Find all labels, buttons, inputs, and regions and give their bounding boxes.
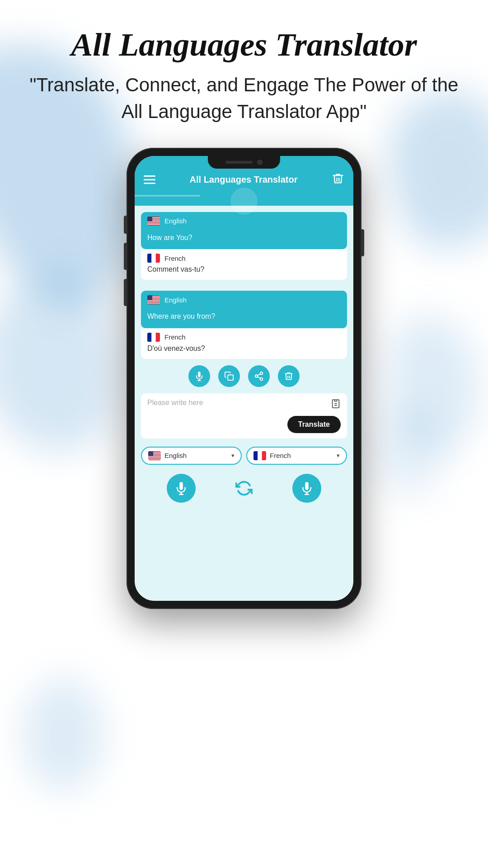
source-flag-1	[147, 217, 160, 226]
language-selector-bar: English ▾ French ▾	[135, 443, 353, 468]
svg-rect-30	[334, 399, 337, 401]
phone-notch	[208, 156, 280, 169]
copy-button[interactable]	[218, 365, 240, 387]
translation-result-1: French ▾ Comment vas-tu?	[141, 249, 347, 280]
result-chevron-1[interactable]: ▾	[337, 254, 341, 263]
target-mic-button[interactable]	[292, 474, 321, 503]
translation-source-1: English How are You?	[141, 212, 347, 249]
input-top-row: Please write here	[147, 399, 341, 411]
svg-rect-17	[147, 303, 160, 304]
result-lang-name-2: French	[164, 333, 333, 341]
svg-rect-39	[148, 458, 161, 459]
page-header: All Languages Translator "Translate, Con…	[0, 0, 488, 139]
svg-rect-19	[147, 333, 151, 342]
translations-area: English How are You? French ▾	[135, 206, 353, 601]
swap-languages-button[interactable]	[233, 477, 255, 499]
svg-point-25	[260, 372, 263, 374]
svg-rect-40	[148, 451, 153, 456]
clear-all-button[interactable]	[332, 172, 344, 188]
source-text-1: How are You?	[141, 230, 347, 249]
source-flag-2	[147, 295, 160, 304]
hamburger-line-2	[144, 179, 155, 180]
svg-rect-6	[147, 224, 160, 225]
source-text-2: Where are you from?	[141, 309, 347, 328]
source-lang-header-1: English	[141, 212, 347, 230]
page-title: All Languages Translator	[27, 27, 461, 63]
source-language-name: English	[164, 452, 228, 459]
svg-rect-24	[228, 375, 233, 380]
source-lang-name-2: English	[164, 296, 341, 304]
hamburger-line-1	[144, 175, 155, 177]
result-flag-1	[147, 254, 160, 263]
source-language-selector[interactable]: English ▾	[141, 447, 242, 465]
bg-decoration-6	[23, 678, 104, 791]
svg-rect-10	[156, 254, 160, 263]
svg-rect-41	[253, 451, 258, 460]
share-button[interactable]	[248, 365, 270, 387]
svg-rect-21	[156, 333, 160, 342]
svg-rect-4	[147, 222, 160, 222]
paste-icon[interactable]	[331, 399, 341, 411]
svg-rect-18	[147, 295, 152, 300]
power-button	[361, 229, 364, 256]
target-selector-flag	[253, 451, 266, 460]
target-language-selector[interactable]: French ▾	[246, 447, 347, 465]
svg-rect-15	[147, 300, 160, 301]
source-selector-flag	[148, 451, 161, 460]
result-lang-name-1: French	[164, 255, 333, 262]
phone-frame: All Languages Translator	[127, 148, 361, 609]
text-input-area[interactable]: Please write here Translate	[141, 393, 347, 439]
svg-rect-9	[151, 254, 155, 263]
page-subtitle: "Translate, Connect, and Engage The Powe…	[27, 72, 461, 125]
notch-speaker	[225, 161, 253, 164]
source-selector-chevron: ▾	[231, 452, 235, 459]
svg-point-26	[255, 375, 258, 377]
source-lang-header-2: English	[141, 291, 347, 309]
action-buttons-row	[135, 359, 353, 393]
notch-camera	[257, 160, 263, 165]
translation-source-2: English Where are you from?	[141, 291, 347, 328]
result-text-1: Comment vas-tu?	[147, 265, 341, 274]
source-lang-name-1: English	[164, 217, 341, 225]
result-text-2: D'où venez-vous?	[147, 344, 341, 353]
input-placeholder: Please write here	[147, 399, 331, 407]
svg-rect-38	[148, 457, 161, 458]
result-chevron-2[interactable]: ▾	[337, 333, 341, 341]
svg-point-27	[260, 377, 263, 380]
volume-down-button	[124, 279, 127, 306]
delete-button[interactable]	[278, 365, 300, 387]
target-selector-chevron: ▾	[337, 452, 340, 459]
svg-line-29	[258, 374, 260, 376]
mute-button	[124, 216, 127, 234]
svg-rect-42	[258, 451, 262, 460]
svg-rect-7	[147, 217, 152, 222]
target-language-name: French	[270, 452, 333, 459]
hamburger-line-3	[144, 183, 155, 184]
menu-button[interactable]	[144, 175, 155, 184]
phone-mockup: All Languages Translator	[0, 148, 488, 609]
svg-rect-8	[147, 254, 151, 263]
pair-gap	[135, 280, 353, 284]
svg-rect-5	[147, 223, 160, 224]
svg-rect-16	[147, 302, 160, 302]
result-lang-header-1: French ▾	[147, 254, 341, 263]
result-lang-header-2: French ▾	[147, 333, 341, 342]
svg-line-28	[258, 377, 260, 378]
speak-button[interactable]	[188, 365, 210, 387]
result-flag-2	[147, 333, 160, 342]
translation-result-2: French ▾ D'où venez-vous?	[141, 328, 347, 359]
source-mic-button[interactable]	[167, 474, 196, 503]
translate-button[interactable]: Translate	[287, 416, 341, 433]
mic-bar	[135, 468, 353, 512]
phone-screen: All Languages Translator	[135, 156, 353, 601]
svg-rect-43	[262, 451, 266, 460]
svg-rect-20	[151, 333, 155, 342]
volume-up-button	[124, 243, 127, 270]
svg-rect-37	[148, 456, 161, 457]
toolbar-title: All Languages Translator	[190, 175, 298, 185]
